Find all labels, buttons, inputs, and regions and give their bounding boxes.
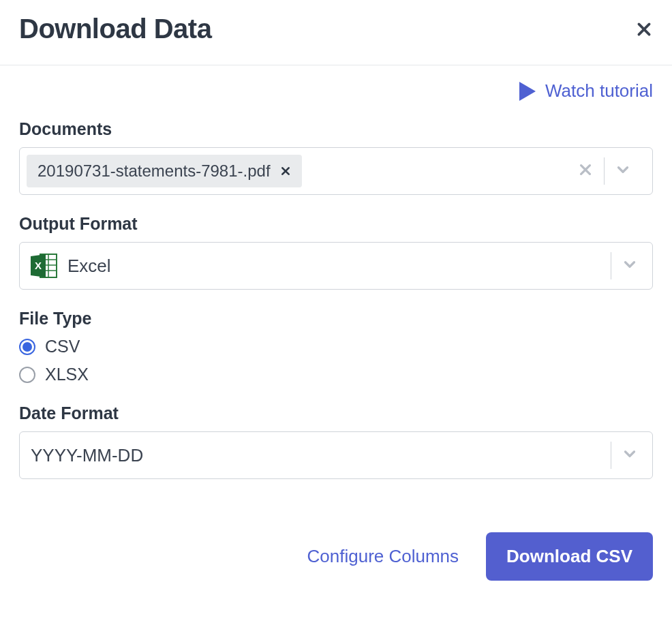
date-format-select[interactable]: YYYY-MM-DD xyxy=(19,431,653,479)
modal-body: Watch tutorial Documents 20190731-statem… xyxy=(0,65,672,479)
radio-dot-icon xyxy=(19,339,35,355)
document-chip-remove[interactable] xyxy=(280,162,291,181)
file-type-label: File Type xyxy=(19,309,653,328)
select-controls xyxy=(611,252,652,279)
file-type-radio-xlsx[interactable]: XLSX xyxy=(19,365,653,384)
modal-title: Download Data xyxy=(19,14,211,44)
output-format-value: Excel xyxy=(67,256,111,277)
chevron-down-icon xyxy=(614,161,632,179)
document-chip: 20190731-statements-7981-.pdf xyxy=(27,155,302,187)
close-button[interactable] xyxy=(635,20,653,38)
clear-all-button[interactable] xyxy=(567,162,604,180)
watch-tutorial-link[interactable]: Watch tutorial xyxy=(519,80,653,102)
output-format-select[interactable]: X Excel xyxy=(19,242,653,290)
download-csv-button[interactable]: Download CSV xyxy=(486,532,653,581)
file-type-xlsx-label: XLSX xyxy=(45,365,89,384)
modal-header: Download Data xyxy=(0,0,672,65)
date-format-value: YYYY-MM-DD xyxy=(31,445,143,466)
date-format-label: Date Format xyxy=(19,403,653,423)
documents-multiselect[interactable]: 20190731-statements-7981-.pdf xyxy=(19,147,653,195)
file-type-radio-csv[interactable]: CSV xyxy=(19,337,653,356)
watch-tutorial-label: Watch tutorial xyxy=(545,80,653,102)
svg-marker-2 xyxy=(519,82,536,101)
close-icon xyxy=(578,162,593,177)
tutorial-row: Watch tutorial xyxy=(19,80,653,102)
play-icon xyxy=(519,82,536,101)
chevron-down-icon xyxy=(621,445,639,463)
close-icon xyxy=(635,20,653,38)
select-controls xyxy=(611,442,652,469)
documents-dropdown-toggle[interactable] xyxy=(605,161,641,181)
documents-section: Documents 20190731-statements-7981-.pdf xyxy=(19,119,653,195)
download-data-modal: Download Data Watch tutorial Documents 2… xyxy=(0,0,672,608)
radio-dot-icon xyxy=(19,367,35,383)
svg-text:X: X xyxy=(35,260,42,271)
file-type-radios: CSV XLSX xyxy=(19,337,653,384)
excel-icon: X xyxy=(31,253,58,279)
close-icon xyxy=(280,166,291,177)
file-type-csv-label: CSV xyxy=(45,337,80,356)
output-format-value-wrap: X Excel xyxy=(31,253,111,279)
modal-footer: Configure Columns Download CSV xyxy=(0,498,672,608)
chevron-down-icon xyxy=(621,256,639,273)
output-format-section: Output Format X Excel xyxy=(19,214,653,290)
document-chip-label: 20190731-statements-7981-.pdf xyxy=(37,162,271,181)
file-type-section: File Type CSV XLSX xyxy=(19,309,653,384)
output-format-label: Output Format xyxy=(19,214,653,234)
configure-columns-link[interactable]: Configure Columns xyxy=(307,546,459,567)
multiselect-controls xyxy=(567,157,645,185)
documents-label: Documents xyxy=(19,119,653,139)
date-format-dropdown-toggle[interactable] xyxy=(611,445,648,465)
output-format-dropdown-toggle[interactable] xyxy=(611,256,648,276)
date-format-section: Date Format YYYY-MM-DD xyxy=(19,403,653,479)
